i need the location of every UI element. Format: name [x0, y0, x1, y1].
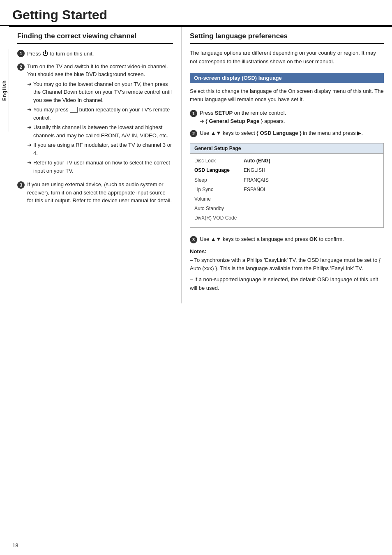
setup-right-auto-eng: Auto (ENG): [244, 156, 379, 166]
right-step-3: 3 Use ▲▼ keys to select a language and p…: [190, 235, 384, 243]
arrow-text-4: If you are using a RF modulator, set the…: [33, 141, 173, 157]
sidebar-english-label: English: [0, 49, 9, 132]
step-3-number: 3: [17, 181, 25, 189]
right-step-1: 1 Press SETUP on the remote control. ➜ {…: [190, 109, 384, 125]
arrow-item-4: ➜ If you are using a RF modulator, set t…: [27, 141, 173, 157]
arrow-icon-3: ➜: [27, 123, 32, 132]
osd-box: On-screen display (OSD) language: [190, 73, 384, 83]
setup-table-header: General Setup Page: [190, 143, 383, 154]
step-1-content: Press ⏻ to turn on this unit.: [27, 49, 173, 58]
step-2: 2 Turn on the TV and switch it to the co…: [17, 62, 173, 177]
left-section-title: Finding the correct viewing channel: [17, 32, 173, 41]
arrow-text-1: You may go to the lowest channel on your…: [33, 80, 173, 104]
arrow-icon-1: ➜: [27, 80, 32, 88]
arrow-item-3: ➜ Usually this channel is between the lo…: [27, 123, 173, 139]
right-step-3-number: 3: [190, 236, 197, 243]
right-step-1-content: Press SETUP on the remote control. ➜ { G…: [200, 109, 384, 125]
arrow-item-1: ➜ You may go to the lowest channel on yo…: [27, 80, 173, 104]
setup-row-divx: DivX(R) VOD Code: [194, 213, 244, 223]
right-step-2-content: Use ▲▼ keys to select { OSD Language } i…: [200, 129, 384, 137]
left-column: Finding the correct viewing channel 1 Pr…: [9, 27, 182, 303]
setup-row-disc-lock: Disc Lock: [194, 156, 244, 166]
sidebar-text: English: [2, 80, 7, 101]
setup-col-left: Disc Lock OSD Language Sleep Lip Sync Vo…: [194, 156, 244, 223]
setup-row-osd-language: OSD Language: [194, 166, 244, 175]
arrow-item-5: ➜ Refer to your TV user manual on how to…: [27, 159, 173, 175]
step-1-number: 1: [17, 50, 25, 57]
arrow-text-3: Usually this channel is between the lowe…: [33, 123, 173, 139]
arrow-text-2: You may press ← button repeatedly on you…: [33, 106, 173, 122]
setup-row-volume: Volume: [194, 194, 244, 204]
arrow-icon-4: ➜: [27, 141, 32, 149]
step-2-content: Turn on the TV and switch it to the corr…: [27, 62, 173, 177]
step-3: 3 If you are using external device, (suc…: [17, 180, 173, 205]
right-section-title: Setting language preferences: [190, 32, 384, 41]
right-step-2: 2 Use ▲▼ keys to select { OSD Language }…: [190, 129, 384, 137]
setup-row-lip-sync: Lip Sync: [194, 185, 244, 194]
setup-table-body: Disc Lock OSD Language Sleep Lip Sync Vo…: [190, 154, 383, 227]
note-item-1: – To synchronize with a Philips 'EasyLin…: [190, 256, 384, 273]
notes-title: Notes:: [190, 248, 384, 254]
setup-right-francais: FRANÇAIS: [244, 176, 379, 185]
setup-row-auto-standby: Auto Standby: [194, 204, 244, 213]
right-intro: The language options are different depen…: [190, 49, 384, 66]
setup-right-espanol: ESPAÑOL: [244, 185, 379, 194]
right-step-2-number: 2: [190, 130, 197, 137]
setup-table: General Setup Page Disc Lock OSD Languag…: [190, 143, 384, 227]
setup-right-english: ENGLISH: [244, 166, 379, 175]
right-step-3-content: Use ▲▼ keys to select a language and pre…: [200, 235, 384, 243]
arrow-icon-5: ➜: [27, 159, 32, 167]
arrow-item-2: ➜ You may press ← button repeatedly on y…: [27, 106, 173, 122]
arrow-icon-2: ➜: [27, 106, 32, 114]
right-column: Setting language preferences The languag…: [182, 27, 392, 303]
right-step-1-number: 1: [190, 110, 197, 117]
notes-section: Notes: – To synchronize with a Philips '…: [190, 248, 384, 293]
step-3-content: If you are using external device, (such …: [27, 180, 173, 205]
page-title: Getting Started: [0, 0, 392, 26]
step-2-number: 2: [17, 63, 25, 71]
note-item-2: – If a non-supported language is selecte…: [190, 275, 384, 293]
page-number: 18: [12, 542, 18, 548]
osd-description: Select this to change the language of th…: [190, 87, 384, 104]
step-1: 1 Press ⏻ to turn on this unit.: [17, 49, 173, 58]
setup-row-sleep: Sleep: [194, 176, 244, 185]
setup-col-right: Auto (ENG) ENGLISH FRANÇAIS ESPAÑOL: [244, 156, 379, 223]
arrow-text-5: Refer to your TV user manual on how to s…: [33, 159, 173, 175]
